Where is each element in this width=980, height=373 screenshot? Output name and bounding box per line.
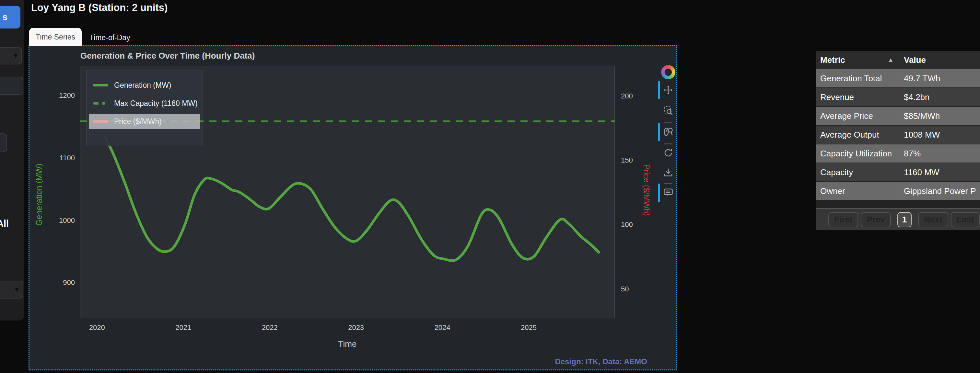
- y-axis-tick-left: 1200: [43, 91, 75, 100]
- table-row: Generation Total49.7 TWh: [816, 69, 980, 87]
- next-page-button[interactable]: Next: [918, 212, 948, 227]
- chart-title: Generation & Price Over Time (Hourly Dat…: [80, 51, 255, 61]
- hover-tool-icon[interactable]: [663, 187, 674, 198]
- first-page-button[interactable]: First: [828, 212, 858, 227]
- sort-asc-icon[interactable]: ▲: [888, 56, 894, 63]
- y-axis-tick-right: 50: [621, 285, 657, 294]
- pagination: FirstPrev1NextLast: [816, 209, 980, 230]
- legend: Generation (MW)Max Capacity (1160 MW)Pri…: [86, 70, 203, 146]
- chart-card: Generation & Price Over Time (Hourly Dat…: [29, 45, 677, 370]
- page-number-button[interactable]: 1: [897, 212, 912, 227]
- solid-pink-swatch-icon: [93, 120, 108, 123]
- x-axis-tick: 2024: [423, 324, 462, 332]
- chart-caption: Design: ITK, Data: AEMO: [555, 357, 647, 366]
- tab-time-of-day-label: Time-of-Day: [89, 33, 130, 42]
- y-axis-tick-right: 150: [621, 156, 657, 165]
- chevron-down-icon: ▼: [14, 286, 20, 294]
- bokeh-logo-icon[interactable]: [661, 65, 675, 79]
- tab-time-of-day[interactable]: Time-of-Day: [85, 30, 135, 45]
- wheel-zoom-tool-icon[interactable]: [663, 126, 674, 137]
- toolbar-separator: [664, 143, 673, 144]
- sidebar-box-2[interactable]: [0, 133, 7, 152]
- metric-cell: Average Price: [816, 107, 899, 125]
- sidebar-primary-button[interactable]: s: [0, 6, 21, 29]
- reset-tool-icon[interactable]: [663, 147, 674, 158]
- page-title: Loy Yang B (Station: 2 units): [31, 2, 167, 14]
- metric-cell: Average Output: [816, 125, 899, 144]
- value-cell: 87%: [899, 149, 921, 159]
- sidebar-panel: s ▼ All ▼: [0, 0, 24, 321]
- sidebar-primary-button-label: s: [2, 12, 8, 22]
- save-tool-icon[interactable]: [663, 167, 674, 178]
- toolbar-separator: [664, 122, 673, 123]
- legend-item-3[interactable]: Price ($/MWh): [86, 112, 203, 130]
- bokeh-toolbar: [661, 65, 676, 198]
- x-axis-label: Time: [315, 339, 380, 349]
- solid-green-swatch-icon: [93, 84, 108, 86]
- y-axis-tick-left: 900: [43, 278, 75, 287]
- toolbar-separator: [664, 183, 673, 184]
- value-cell: Gippsland Power P: [899, 186, 976, 196]
- metric-cell: Generation Total: [816, 69, 899, 87]
- metric-cell: Revenue: [816, 88, 899, 106]
- dashed-green-swatch-icon: [93, 102, 108, 105]
- legend-label: Max Capacity (1160 MW): [114, 99, 198, 108]
- app-root: s ▼ All ▼ Loy Yang B (Station: 2 units) …: [0, 0, 980, 373]
- sidebar-select-1[interactable]: ▼: [0, 47, 22, 64]
- table-spacer: [816, 200, 980, 208]
- value-cell: 49.7 TWh: [899, 73, 940, 84]
- table-header: Metric ▲ Value: [816, 51, 980, 69]
- sidebar-all-label: All: [0, 218, 9, 229]
- table-row: OwnerGippsland Power P: [816, 181, 980, 200]
- column-header-metric[interactable]: Metric: [816, 55, 899, 65]
- prev-page-button[interactable]: Prev: [861, 212, 891, 227]
- legend-item-2[interactable]: Max Capacity (1160 MW): [86, 94, 203, 112]
- x-axis-tick: 2020: [78, 324, 116, 332]
- legend-item-1[interactable]: Generation (MW): [86, 76, 203, 94]
- metrics-table: Metric ▲ Value Generation Total49.7 TWhR…: [816, 51, 980, 230]
- y-axis-tick-right: 100: [621, 221, 657, 229]
- value-cell: $4.2bn: [899, 92, 930, 102]
- value-cell: 1008 MW: [899, 130, 940, 140]
- metric-cell: Capacity Utilization: [816, 144, 899, 162]
- table-row: Revenue$4.2bn: [816, 87, 980, 106]
- x-axis-tick: 2022: [250, 324, 289, 332]
- y-axis-tick-left: 1000: [43, 216, 75, 225]
- table-row: Average Output1008 MW: [816, 125, 980, 144]
- x-axis-tick: 2023: [337, 324, 375, 332]
- sidebar-box-1[interactable]: [0, 77, 23, 95]
- table-body: Generation Total49.7 TWhRevenue$4.2bnAve…: [816, 69, 980, 200]
- value-cell: 1160 MW: [899, 167, 939, 178]
- y-axis-tick-left: 1100: [43, 154, 75, 162]
- value-cell: $85/MWh: [899, 111, 940, 121]
- legend-label: Generation (MW): [114, 81, 171, 90]
- sidebar-select-2[interactable]: ▼: [0, 281, 23, 298]
- pan-tool-icon[interactable]: [663, 84, 674, 95]
- box-zoom-tool-icon[interactable]: [663, 105, 674, 116]
- x-axis-tick: 2021: [164, 324, 203, 332]
- table-row: Capacity Utilization87%: [816, 144, 980, 162]
- table-row: Average Price$85/MWh: [816, 106, 980, 125]
- metric-cell: Capacity: [816, 163, 899, 181]
- tab-time-series[interactable]: Time Series: [29, 28, 82, 46]
- column-header-value[interactable]: Value: [899, 55, 926, 65]
- last-page-button[interactable]: Last: [951, 212, 980, 227]
- table-row: Capacity1160 MW: [816, 162, 980, 181]
- legend-label: Price ($/MWh): [114, 117, 162, 126]
- chevron-down-icon: ▼: [12, 52, 19, 60]
- metric-cell: Owner: [816, 182, 899, 200]
- tab-time-series-label: Time Series: [36, 33, 75, 41]
- x-axis-tick: 2025: [509, 324, 548, 332]
- y-axis-tick-right: 200: [621, 92, 657, 100]
